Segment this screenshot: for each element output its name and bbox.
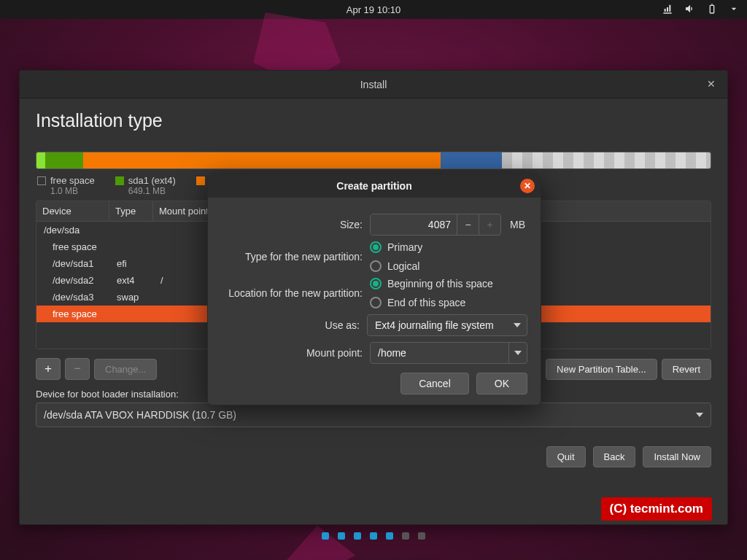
cell-device: free space <box>36 238 109 255</box>
location-label: Location for the new partition: <box>221 287 363 299</box>
legend-item: free space 1.0 MB <box>37 175 95 196</box>
size-spinbox: − + <box>370 214 501 236</box>
mountpoint-input[interactable] <box>371 347 508 359</box>
dialog-body: Size: − + MB Type for the new partition:… <box>208 198 541 405</box>
radio-dot-icon <box>370 260 382 272</box>
ok-button[interactable]: OK <box>476 373 527 394</box>
cell-type <box>109 306 153 322</box>
cell-device: free space <box>36 306 109 322</box>
window-title: Install <box>360 79 387 90</box>
watermark-badge: (C) tecmint.com <box>601 497 712 521</box>
cell-type: ext4 <box>109 272 153 289</box>
radio-dot-icon <box>370 278 382 289</box>
usage-seg-freespace-left <box>36 152 45 168</box>
mount-label: Mount point: <box>221 347 363 359</box>
radio-beginning-label: Beginning of this space <box>387 278 493 289</box>
dialog-title: Create partition <box>336 180 411 192</box>
back-button[interactable]: Back <box>593 446 636 467</box>
bootloader-value: /dev/sda ATA VBOX HARDDISK (10.7 GB) <box>44 409 236 421</box>
cell-type: swap <box>109 289 153 306</box>
watermark-text: (C) tecmint.com <box>610 502 703 516</box>
type-label: Type for the new partition: <box>221 251 363 262</box>
radio-dot-icon <box>370 297 382 308</box>
size-input[interactable] <box>371 214 457 235</box>
network-icon[interactable] <box>662 3 674 17</box>
legend-swatch-none <box>37 176 46 185</box>
mountpoint-dropdown-toggle[interactable] <box>508 343 527 363</box>
dialog-close-icon[interactable]: ✕ <box>520 179 535 193</box>
revert-button[interactable]: Revert <box>662 359 711 380</box>
quit-button[interactable]: Quit <box>546 446 586 467</box>
dialog-titlebar: Create partition ✕ <box>208 174 541 198</box>
dot <box>418 532 425 540</box>
dialog-actions: Cancel OK <box>221 373 527 394</box>
legend-label: sda1 (ext4) <box>128 175 176 186</box>
wizard-actions: Quit Back Install Now <box>36 446 711 467</box>
dot <box>402 532 409 540</box>
chevron-down-icon <box>696 413 703 417</box>
cell-type <box>109 238 153 255</box>
dot <box>386 532 393 540</box>
battery-icon[interactable] <box>706 3 718 17</box>
radio-beginning[interactable]: Beginning of this space <box>370 278 493 289</box>
size-step-up[interactable]: + <box>479 214 500 235</box>
mountpoint-combobox[interactable] <box>370 342 527 364</box>
legend-swatch-orange <box>196 176 205 185</box>
usage-seg-sda3 <box>441 152 502 168</box>
window-titlebar: Install ✕ <box>20 71 727 98</box>
dot <box>322 532 329 540</box>
system-tray <box>662 3 740 17</box>
install-button[interactable]: Install Now <box>643 446 711 467</box>
bootloader-select[interactable]: /dev/sda ATA VBOX HARDDISK (10.7 GB) <box>36 402 711 427</box>
legend-sub: 1.0 MB <box>50 186 95 196</box>
dot <box>338 532 345 540</box>
dot <box>354 532 361 540</box>
svg-marker-1 <box>283 526 355 560</box>
radio-end-label: End of this space <box>387 297 465 308</box>
radio-primary-label: Primary <box>387 241 422 253</box>
disk-usage-bar <box>36 152 711 169</box>
new-partition-table-button[interactable]: New Partition Table... <box>546 359 657 380</box>
background-shape-bottom <box>270 521 365 560</box>
useas-value: Ext4 journaling file system <box>375 319 494 331</box>
useas-label: Use as: <box>221 319 360 331</box>
col-device[interactable]: Device <box>36 201 109 221</box>
legend-item: sda1 (ext4) 649.1 MB <box>115 175 176 196</box>
radio-end[interactable]: End of this space <box>370 297 465 308</box>
chevron-down-icon[interactable] <box>728 3 740 17</box>
radio-primary[interactable]: Primary <box>370 241 422 253</box>
volume-icon[interactable] <box>684 3 696 17</box>
create-partition-dialog: Create partition ✕ Size: − + MB Type for… <box>207 174 541 405</box>
legend-swatch-green <box>115 176 124 185</box>
cell-device: /dev/sda <box>36 222 109 238</box>
radio-logical-label: Logical <box>387 260 419 272</box>
progress-dots <box>322 532 425 540</box>
page-title: Installation type <box>36 110 711 131</box>
cell-device: /dev/sda1 <box>36 255 109 272</box>
legend-label: free space <box>50 175 95 186</box>
add-partition-button[interactable]: + <box>36 358 61 380</box>
cell-device: /dev/sda2 <box>36 272 109 289</box>
size-step-down[interactable]: − <box>457 214 479 235</box>
dot <box>370 532 377 540</box>
usage-seg-sda1 <box>45 152 83 168</box>
system-topbar: Apr 19 10:10 <box>0 0 747 19</box>
usage-seg-freespace-right <box>502 152 711 168</box>
radio-dot-icon <box>370 241 382 253</box>
usage-seg-sda2 <box>83 152 441 168</box>
useas-select[interactable]: Ext4 journaling file system <box>367 314 527 336</box>
chevron-down-icon <box>514 323 521 327</box>
size-label: Size: <box>221 219 363 230</box>
legend-sub: 649.1 MB <box>128 186 176 196</box>
col-type[interactable]: Type <box>109 201 153 221</box>
remove-partition-button[interactable]: − <box>65 358 90 380</box>
radio-logical[interactable]: Logical <box>370 260 419 272</box>
cancel-button[interactable]: Cancel <box>400 373 469 394</box>
close-icon[interactable]: ✕ <box>704 77 719 91</box>
change-partition-button[interactable]: Change... <box>94 359 157 380</box>
cell-type: efi <box>109 255 153 272</box>
chevron-down-icon <box>514 351 522 355</box>
clock-text: Apr 19 10:10 <box>347 4 400 15</box>
size-unit: MB <box>510 219 525 230</box>
cell-type <box>109 222 153 238</box>
